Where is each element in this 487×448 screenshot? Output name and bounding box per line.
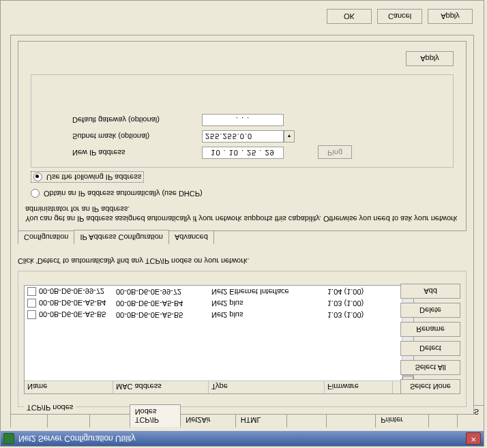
table-header: Name MAC address Type Firmware [25, 380, 402, 393]
tcpip-nodes-group: TCP/IP nodes Name MAC address Type Firmw… [18, 271, 467, 407]
ping-button[interactable]: Ping [318, 145, 352, 159]
col-mac[interactable]: MAC address [113, 381, 209, 393]
close-button[interactable]: ✕ [466, 432, 481, 445]
new-ip-label: New IP address [72, 149, 125, 157]
detect-button[interactable]: Detect [400, 341, 460, 356]
group-label: TCP/IP nodes [24, 404, 76, 412]
subtab-ip-config[interactable]: IP Address Configuration [74, 230, 168, 243]
row-checkbox[interactable] [27, 299, 36, 308]
tab-tcpip-nodes[interactable]: TCP/IP Nodes [130, 404, 181, 427]
delete-button[interactable]: Delete [400, 303, 460, 318]
table-row[interactable]: 00-0B-D6-0E-A5-B4 00-0B-D6-0E-A5-B4 Net2… [25, 297, 402, 309]
subtab-advanced[interactable]: Advanced [168, 230, 214, 244]
row-checkbox[interactable] [27, 310, 36, 319]
window-title: Net2 Server Configuration Utility [18, 434, 135, 443]
ip-fields-group: New IP address 10 . 10 . 25 . 29 Subnet … [31, 74, 454, 168]
tab-panel: TCP/IP nodes Name MAC address Type Firmw… [10, 35, 474, 415]
row-checkbox[interactable] [27, 287, 36, 296]
apply-ip-button[interactable]: Apply [406, 51, 454, 66]
radio-static-label: Use the following IP address [46, 173, 141, 181]
add-button[interactable]: Add [400, 284, 460, 299]
gateway-input[interactable]: . . . [202, 114, 284, 126]
apply-button[interactable]: Apply [428, 9, 473, 24]
subnet-label: Subnet mask (optional) [72, 132, 149, 140]
select-all-button[interactable]: Select All [400, 360, 460, 375]
instruction-text: Click 'Detect' to automatically find any… [18, 257, 249, 265]
table-body: 00-0B-D6-0E-99-72 00-0B-D6-0E-99-72 Net2… [25, 286, 402, 381]
col-name[interactable]: Name [25, 381, 113, 393]
ok-button[interactable]: OK [327, 9, 372, 24]
app-window: Net2 Server Configuration Utility ✕ Gene… [0, 0, 484, 447]
new-ip-row: New IP address 10 . 10 . 25 . 29 [72, 147, 284, 159]
col-type[interactable]: Type [209, 381, 325, 393]
titlebar: Net2 Server Configuration Utility ✕ [1, 431, 484, 446]
cancel-button[interactable]: Cancel [377, 9, 422, 24]
ip-description: You can get an IP address assigned autom… [25, 205, 459, 224]
app-icon [3, 433, 14, 444]
rename-button[interactable]: Rename [400, 322, 460, 337]
subtab-configuration[interactable]: Configuration [18, 230, 74, 244]
select-none-button[interactable]: Select None [400, 379, 460, 394]
table-row[interactable]: 00-0B-D6-0E-A5-B5 00-0B-D6-0E-A5-B5 Net2… [25, 309, 402, 320]
radio-dhcp[interactable]: Obtain an IP address automatically (use … [31, 189, 203, 198]
gateway-label: Default gateway (optional) [72, 116, 160, 124]
nodes-table: Name MAC address Type Firmware 00-0B-D6-… [24, 285, 414, 394]
subnet-row: Subnet mask (optional) 255.255.0.0 ▾ [72, 130, 295, 143]
radio-static[interactable]: Use the following IP address [31, 171, 144, 183]
radio-icon[interactable] [33, 173, 42, 181]
subnet-input[interactable]: 255.255.0.0 [202, 130, 284, 143]
dialog-buttons: OK Cancel Apply [327, 9, 473, 24]
sub-tabs: Configuration IP Address Configuration A… [18, 230, 213, 243]
new-ip-input[interactable]: 10 . 10 . 25 . 29 [202, 147, 284, 159]
radio-dhcp-label: Obtain an IP address automatically (use … [44, 190, 203, 198]
chevron-down-icon[interactable]: ▾ [284, 130, 295, 143]
gateway-row: Default gateway (optional) . . . [72, 114, 284, 126]
ip-config-panel: You can get an IP address assigned autom… [18, 41, 467, 231]
radio-icon[interactable] [31, 189, 40, 198]
col-firmware[interactable]: Firmware [325, 381, 393, 393]
table-row[interactable]: 00-0B-D6-0E-99-72 00-0B-D6-0E-99-72 Net2… [25, 286, 402, 297]
node-action-buttons: Add Delete Rename Detect Select All Sele… [400, 284, 460, 394]
